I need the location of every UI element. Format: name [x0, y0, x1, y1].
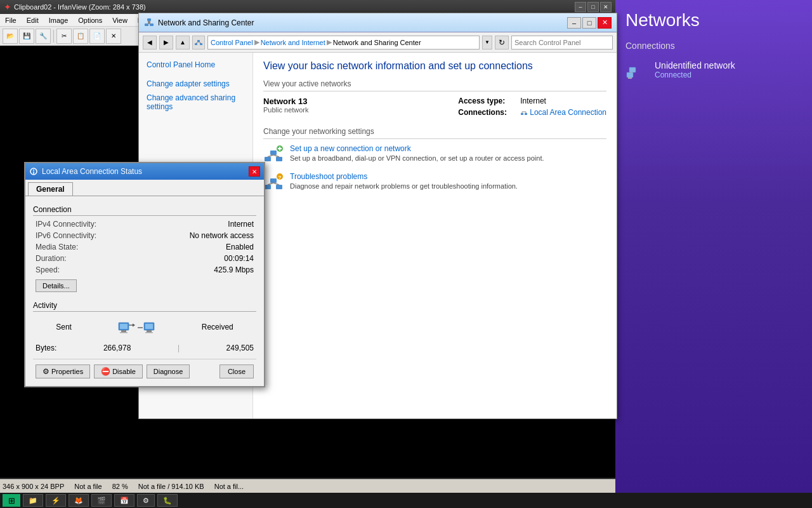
taskbar-start-button[interactable]: ⊞: [3, 494, 20, 507]
nsc-maximize-button[interactable]: □: [582, 17, 596, 29]
nsc-forward-button[interactable]: ▶: [159, 36, 173, 50]
troubleshoot-link[interactable]: Troubleshoot problems: [290, 172, 606, 181]
tool-paste[interactable]: 📄: [89, 29, 105, 44]
sidebar-item-home[interactable]: Control Panel Home: [139, 58, 252, 72]
svg-rect-24: [265, 185, 271, 189]
close-button[interactable]: ✕: [600, 2, 612, 12]
tool-copy[interactable]: 📋: [73, 29, 88, 44]
taskbar-firefox[interactable]: 🦊: [69, 494, 89, 507]
access-type-label: Access type:: [458, 97, 515, 105]
network-name: Network 13: [263, 97, 445, 106]
taskbar-file-explorer[interactable]: 📁: [23, 494, 43, 507]
taskbar-debugger[interactable]: 🐛: [157, 494, 178, 507]
irfanview-titlebar: ✦ Clipboard02 - IrfanView (Zoom: 284 x 7…: [0, 0, 615, 14]
svg-text:?: ?: [278, 175, 282, 180]
nsc-main-title: View your basic network information and …: [263, 60, 606, 72]
lacs-properties-button[interactable]: ⚙ Properties: [36, 364, 90, 378]
tool-delete[interactable]: ✕: [106, 29, 121, 44]
svg-marker-38: [133, 324, 135, 327]
svg-rect-44: [145, 324, 153, 329]
nsc-window-title: Network and Sharing Center: [158, 18, 254, 27]
lacs-network-animation: [117, 314, 155, 340]
lacs-title-left: Local Area Connection Status: [29, 167, 142, 176]
nsc-close-button[interactable]: ✕: [598, 17, 612, 29]
right-panel-title: Networks: [625, 10, 802, 30]
taskbar-irfanview[interactable]: ⚡: [46, 494, 66, 507]
lacs-sent-label: Sent: [56, 323, 72, 331]
breadcrumb-control-panel[interactable]: Control Panel: [211, 39, 253, 46]
lacs-bottom-buttons: ⚙ Properties ⛔ Disable Diagnose Close: [33, 359, 256, 381]
irfanview-statusbar: 346 x 900 x 24 BPP Not a file 82 % Not a…: [0, 479, 615, 493]
svg-rect-25: [276, 185, 282, 189]
lacs-label-speed: Speed:: [36, 265, 60, 274]
lacs-title: Local Area Connection Status: [42, 167, 142, 176]
lacs-activity-header: Activity: [33, 301, 256, 312]
taskbar-media[interactable]: 🎬: [91, 494, 112, 507]
right-network-icon: [625, 58, 648, 81]
maximize-button[interactable]: □: [587, 2, 599, 12]
status-file3: Not a fil...: [214, 483, 244, 490]
local-area-connection-link[interactable]: Local Area Connection: [530, 108, 606, 117]
sidebar-item-adapter[interactable]: Change adapter settings: [139, 77, 252, 91]
taskbar-settings[interactable]: ⚙: [137, 494, 155, 507]
nsc-up-button[interactable]: ▲: [176, 36, 190, 50]
nsc-refresh-button[interactable]: ↻: [495, 36, 509, 50]
properties-icon: ⚙: [43, 367, 49, 376]
lacs-label-media: Media State:: [36, 243, 78, 251]
sidebar-item-advanced[interactable]: Change advanced sharing settings: [139, 91, 252, 114]
lacs-tab-general[interactable]: General: [28, 182, 73, 196]
menu-image[interactable]: Image: [44, 15, 74, 25]
tool-save[interactable]: 💾: [19, 29, 34, 44]
menu-edit[interactable]: Edit: [22, 15, 44, 25]
menu-file[interactable]: File: [0, 15, 22, 25]
breadcrumb-current: Network and Sharing Center: [333, 39, 421, 46]
nsc-back-button[interactable]: ◀: [143, 36, 157, 50]
lacs-details-button[interactable]: Details...: [36, 279, 77, 292]
svg-rect-3: [147, 18, 151, 21]
lacs-row-speed: Speed: 425.9 Mbps: [33, 264, 256, 276]
minimize-button[interactable]: –: [575, 2, 586, 12]
menu-options[interactable]: Options: [73, 15, 107, 25]
new-connection-icon: [263, 144, 284, 164]
access-type-row: Access type: Internet: [458, 97, 606, 105]
lacs-close-button[interactable]: ✕: [249, 166, 260, 177]
lacs-dialog-close-button[interactable]: Close: [219, 364, 254, 378]
lacs-sent-bytes: 266,978: [103, 344, 131, 352]
nsc-active-networks-label: View your active networks: [263, 79, 606, 91]
right-panel: Networks Connections Unidentified networ…: [615, 0, 812, 508]
nsc-addressbar: ◀ ▶ ▲ Control Panel ▶ Network and Intern…: [139, 32, 617, 53]
lacs-titlebar: Local Area Connection Status ✕: [25, 163, 264, 180]
lacs-tab-bar: General: [25, 180, 264, 196]
svg-rect-16: [265, 157, 271, 161]
nsc-title-left: Network and Sharing Center: [144, 18, 254, 28]
access-type-value: Internet: [520, 97, 546, 105]
lacs-disable-button[interactable]: ⛔ Disable: [94, 364, 143, 378]
nsc-main-content: View your basic network information and …: [253, 53, 617, 418]
new-connection-link[interactable]: Set up a new connection or network: [290, 144, 606, 153]
svg-rect-18: [270, 150, 277, 155]
nsc-breadcrumb-dropdown[interactable]: ▼: [482, 36, 492, 50]
taskbar: ⊞ 📁 ⚡ 🦊 🎬 📅 ⚙ 🐛: [0, 493, 812, 508]
lacs-label-duration: Duration:: [36, 254, 67, 263]
new-connection-desc: Set up a broadband, dial-up or VPN conne…: [290, 154, 606, 162]
connections-row: Connections: Local Area Connection: [458, 108, 606, 117]
right-network-item[interactable]: Unidentified network Connected: [625, 58, 802, 81]
svg-rect-6: [195, 43, 197, 45]
menu-view[interactable]: View: [107, 15, 133, 25]
taskbar-calendar[interactable]: 📅: [114, 494, 134, 507]
tool-properties[interactable]: 🔧: [36, 29, 51, 44]
irfanview-app-icon: ✦: [4, 2, 11, 12]
nsc-search-input[interactable]: [511, 36, 613, 50]
tool-open[interactable]: 📂: [3, 29, 18, 44]
breadcrumb-network-internet[interactable]: Network and Internet: [261, 39, 325, 46]
lacs-value-ipv6: No network access: [190, 231, 254, 240]
lacs-diagnose-button[interactable]: Diagnose: [147, 364, 190, 378]
irfanview-title-left: ✦ Clipboard02 - IrfanView (Zoom: 284 x 7…: [4, 2, 146, 12]
svg-line-9: [196, 42, 199, 43]
irfanview-title: Clipboard02 - IrfanView (Zoom: 284 x 738…: [14, 3, 146, 11]
svg-rect-12: [525, 113, 527, 115]
lacs-label-ipv4: IPv4 Connectivity:: [36, 220, 96, 229]
lacs-row-media: Media State: Enabled: [33, 241, 256, 253]
nsc-minimize-button[interactable]: –: [567, 17, 581, 29]
tool-cut[interactable]: ✂: [56, 29, 72, 44]
